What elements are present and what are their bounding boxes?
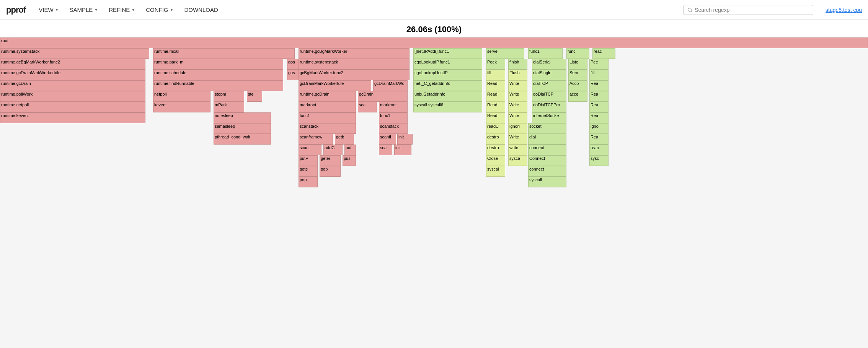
frame-connect3[interactable]: connect <box>528 166 566 177</box>
frame-liste[interactable]: Liste <box>568 59 587 70</box>
frame-write-row9[interactable]: Write <box>508 134 527 145</box>
frame-root[interactable]: root <box>0 37 868 48</box>
nav-refine[interactable]: REFINE ▼ <box>105 4 139 15</box>
frame-func1-top[interactable]: func1 <box>528 48 563 59</box>
frame-write-row6[interactable]: Write <box>508 102 527 112</box>
frame-serve[interactable]: serve <box>486 48 524 59</box>
frame-func-top[interactable]: func <box>566 48 589 59</box>
frame-net-c-getaddrinfo[interactable]: net._C_getaddrinfo <box>413 80 482 91</box>
frame-init-row9[interactable]: init <box>397 134 413 145</box>
frame-runtime-netpoll[interactable]: runtime.netpoll <box>0 102 145 112</box>
frame-ipaddr-func1[interactable]: []net.IPAddr].func1 <box>413 48 482 59</box>
frame-sca-row10[interactable]: sca <box>379 145 392 155</box>
frame-reac-top[interactable]: reac <box>592 48 615 59</box>
frame-mpark[interactable]: mPark <box>214 102 244 112</box>
frame-rea-row7[interactable]: Rea <box>589 112 609 123</box>
frame-pthread-cond-wait[interactable]: pthread_cond_wait <box>214 134 271 145</box>
frame-semasleep[interactable]: semasleep <box>214 123 271 134</box>
frame-flush[interactable]: Flush <box>508 70 527 80</box>
frame-scan-col[interactable]: sca <box>358 102 377 112</box>
frame-runtime-gcbgmarkworker-1[interactable]: runtime.gcBgMarkWorker <box>299 48 410 59</box>
frame-fill[interactable]: fill <box>486 70 505 80</box>
frame-internetsocke[interactable]: internetSocke <box>532 112 566 123</box>
frame-pop-row13[interactable]: pop <box>299 177 318 187</box>
frame-runtime-gcdrain-col2[interactable]: runtime.gcDrain <box>299 91 356 102</box>
frame-rea-row4[interactable]: Rea <box>589 80 609 91</box>
frame-sysca-row11[interactable]: sysca <box>508 155 527 166</box>
nav-view[interactable]: VIEW ▼ <box>35 4 62 15</box>
frame-func1-left[interactable]: func1 <box>299 112 356 123</box>
logo[interactable]: pprof <box>6 5 26 15</box>
frame-runtime-park-m[interactable]: runtime.park_m <box>153 59 283 70</box>
frame-read-row4[interactable]: Read <box>486 80 505 91</box>
frame-syscall[interactable]: syscall <box>528 177 566 187</box>
nav-download[interactable]: DOWNLOAD <box>180 4 222 15</box>
frame-write-row5[interactable]: Write <box>508 91 527 102</box>
frame-fill2[interactable]: fill <box>589 70 609 80</box>
frame-stopm[interactable]: stopm <box>214 91 244 102</box>
frame-gcdrain-col2b[interactable]: gcDrain <box>358 91 408 102</box>
frame-rea-row5[interactable]: Rea <box>589 91 609 102</box>
frame-runtime-schedule[interactable]: runtime.schedule <box>153 70 283 80</box>
frame-reac-row10[interactable]: reac <box>589 145 609 155</box>
frame-runtime-mcall[interactable]: runtime.mcall <box>153 48 295 59</box>
frame-gcbgmarkworker-func2-col2[interactable]: gcBgMarkWorker.func2 <box>299 70 410 80</box>
frame-syscall-syscall6[interactable]: syscall.syscall6 <box>413 102 482 112</box>
frame-gete[interactable]: gete <box>299 166 318 177</box>
frame-cgolookuphost-ip[interactable]: cgoLookupHostIP <box>413 70 482 80</box>
frame-pee[interactable]: Pee <box>589 59 609 70</box>
frame-runtime-systemstack-1[interactable]: runtime.systemstack <box>0 48 149 59</box>
frame-ste[interactable]: ste <box>247 91 262 102</box>
frame-scanstack-left[interactable]: scanstack <box>299 123 356 134</box>
frame-markroot-right[interactable]: markroot <box>379 102 408 112</box>
search-input[interactable] <box>695 7 809 13</box>
frame-gcdrain-markworkeridle-col2[interactable]: gcDrainMarkWorkerIdle <box>299 80 371 91</box>
frame-runtime-pollwork[interactable]: runtime.pollWork <box>0 91 145 102</box>
frame-sysc-row11[interactable]: sysc <box>589 155 609 166</box>
frame-write-row7[interactable]: Write <box>508 112 527 123</box>
frame-cgolookupip-func1[interactable]: cgoLookupIP.func1 <box>413 59 482 70</box>
frame-put-row10[interactable]: put <box>344 145 356 155</box>
frame-read-row5[interactable]: Read <box>486 91 505 102</box>
frame-finish[interactable]: finish <box>508 59 527 70</box>
frame-geter[interactable]: geter <box>320 155 341 166</box>
frame-doDiaTCP[interactable]: doDialTCP <box>532 91 566 102</box>
frame-dialtcp[interactable]: dialTCP <box>532 80 566 91</box>
frame-scanstack-right[interactable]: scanstack <box>379 123 408 134</box>
frame-close[interactable]: Close <box>486 155 505 166</box>
frame-dial[interactable]: dial <box>528 134 566 145</box>
frame-doDiaTCPPro[interactable]: doDialTCPPro <box>532 102 566 112</box>
frame-runtime-kevent[interactable]: runtime.kevent <box>0 112 145 123</box>
frame-destro2[interactable]: destro <box>486 145 505 155</box>
frame-unix-getaddrinfo[interactable]: unix.Getaddrinfo <box>413 91 482 102</box>
frame-read-row7[interactable]: Read <box>486 112 505 123</box>
frame-rea-row6[interactable]: Rea <box>589 102 609 112</box>
frame-acco[interactable]: Acco <box>568 80 587 91</box>
frame-pop-row12[interactable]: pop <box>320 166 341 177</box>
frame-init-row10[interactable]: init <box>394 145 411 155</box>
frame-connect2[interactable]: Connect <box>528 155 566 166</box>
frame-dialsingle[interactable]: dialSingle <box>532 70 566 80</box>
frame-acce[interactable]: acce <box>568 91 587 102</box>
nav-config[interactable]: CONFIG ▼ <box>142 4 177 15</box>
frame-runtime-systemstack-col2[interactable]: runtime.systemstack <box>299 59 410 70</box>
frame-write-row4[interactable]: Write <box>508 80 527 91</box>
frame-syscal-row12[interactable]: syscal <box>486 166 505 177</box>
frame-addc[interactable]: addC <box>323 145 343 155</box>
frame-connect[interactable]: connect <box>528 145 566 155</box>
frame-runtime-findrunnable[interactable]: runtime.findRunnable <box>153 80 283 91</box>
frame-ignori[interactable]: ignori <box>508 123 527 134</box>
frame-netpoll[interactable]: netpoll <box>153 91 210 102</box>
frame-readU[interactable]: readU <box>486 123 505 134</box>
frame-notesleep[interactable]: notesleep <box>214 112 271 123</box>
frame-write-row10[interactable]: write <box>508 145 527 155</box>
profile-link[interactable]: stage5.test cpu <box>826 7 862 13</box>
frame-serv[interactable]: Serv <box>568 70 587 80</box>
frame-igno-right[interactable]: igno <box>589 123 609 134</box>
frame-destro[interactable]: destro <box>486 134 505 145</box>
frame-scanframew[interactable]: scanframew <box>299 134 333 145</box>
frame-dialserial[interactable]: dialSerial <box>532 59 566 70</box>
frame-scanfi[interactable]: scanfi <box>379 134 396 145</box>
frame-peek[interactable]: Peek <box>486 59 505 70</box>
frame-pus-row11[interactable]: pus <box>343 155 356 166</box>
